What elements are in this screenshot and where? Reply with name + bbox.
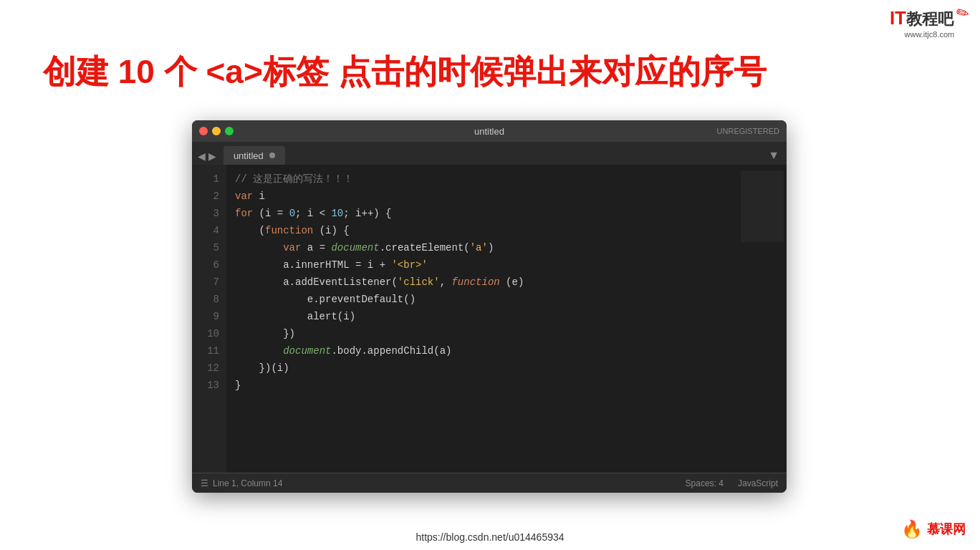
unregistered-label: UNREGISTERED bbox=[717, 127, 779, 135]
code-token: a.innerHTML = i + bbox=[235, 259, 391, 271]
code-token: .body.appendChild(a) bbox=[331, 345, 451, 357]
maximize-button[interactable] bbox=[225, 127, 234, 135]
code-line-3: for (i = 0 ; i < 10 ; i++) { bbox=[235, 205, 778, 222]
bottom-logo-text: 慕课网 bbox=[927, 521, 966, 538]
code-content[interactable]: // 这是正确的写法！！！ var i for (i = 0 ; i < 10 … bbox=[226, 165, 787, 473]
code-line-8: e.preventDefault() bbox=[235, 291, 778, 308]
code-token: // 这是正确的写法！！！ bbox=[235, 173, 353, 185]
code-token: (i = bbox=[253, 208, 289, 219]
logo-it: IT bbox=[890, 7, 906, 29]
line-num-8: 8 bbox=[192, 291, 226, 308]
code-token: ) bbox=[488, 242, 494, 254]
code-token bbox=[235, 345, 283, 357]
logo-area: IT教程吧 ✏ www.itjc8.com bbox=[890, 7, 969, 39]
code-token: ( bbox=[235, 225, 265, 236]
editor-tab[interactable]: untitled bbox=[224, 146, 285, 165]
line-numbers: 1 2 3 4 5 6 7 8 9 10 11 12 13 bbox=[192, 165, 226, 473]
line-num-3: 3 bbox=[192, 205, 226, 222]
code-token: a.addEventListener( bbox=[235, 276, 398, 288]
code-token: 10 bbox=[331, 208, 343, 219]
code-token: ; i++) { bbox=[343, 208, 391, 219]
code-token: document bbox=[331, 242, 379, 254]
code-token: i bbox=[253, 190, 265, 202]
file-icon: ☰ bbox=[201, 478, 208, 488]
page-title: 创建 10 个 <a>标签 点击的时候弹出来对应的序号 bbox=[43, 50, 767, 95]
editor-title: untitled bbox=[474, 126, 504, 137]
line-num-11: 11 bbox=[192, 342, 226, 360]
code-token: 'a' bbox=[470, 242, 488, 254]
code-line-9: alert(i) bbox=[235, 308, 778, 325]
code-line-12: })(i) bbox=[235, 360, 778, 377]
code-token: var bbox=[235, 190, 253, 202]
code-token bbox=[235, 242, 283, 254]
line-num-12: 12 bbox=[192, 360, 226, 377]
status-spaces: Spaces: 4 bbox=[686, 478, 724, 488]
code-token: function bbox=[265, 225, 313, 236]
code-token: document bbox=[283, 345, 331, 357]
code-token: 'click' bbox=[398, 276, 440, 288]
line-num-5: 5 bbox=[192, 239, 226, 256]
flame-icon: 🔥 bbox=[901, 519, 923, 539]
line-num-2: 2 bbox=[192, 188, 226, 205]
code-line-13: } bbox=[235, 377, 778, 394]
code-token: . bbox=[380, 242, 385, 254]
line-num-13: 13 bbox=[192, 377, 226, 394]
tab-bar: ◀ ▶ untitled ▼ bbox=[192, 142, 787, 165]
code-token: (e) bbox=[500, 276, 524, 288]
code-line-7: a.addEventListener( 'click' , function (… bbox=[235, 274, 778, 291]
title-bar: untitled UNREGISTERED bbox=[192, 120, 787, 142]
code-token: for bbox=[235, 208, 253, 219]
code-token: } bbox=[235, 380, 241, 391]
code-line-1: // 这是正确的写法！！！ bbox=[235, 170, 778, 188]
minimize-button[interactable] bbox=[212, 127, 221, 135]
code-token: a = bbox=[301, 242, 331, 254]
code-area: 1 2 3 4 5 6 7 8 9 10 11 12 13 // 这是正确的写法… bbox=[192, 165, 787, 473]
logo-subtitle: www.itjc8.com bbox=[905, 30, 955, 39]
bottom-url: https://blog.csdn.net/u014465934 bbox=[415, 531, 564, 543]
code-token: createElement( bbox=[385, 242, 470, 254]
code-token: (i) { bbox=[313, 225, 349, 236]
line-num-10: 10 bbox=[192, 325, 226, 342]
code-line-5: var a = document . createElement( 'a' ) bbox=[235, 239, 778, 256]
nav-arrows[interactable]: ◀ ▶ bbox=[198, 150, 216, 165]
status-right: Spaces: 4 JavaScript bbox=[686, 478, 778, 488]
code-line-2: var i bbox=[235, 188, 778, 205]
code-token: 0 bbox=[289, 208, 295, 219]
line-num-9: 9 bbox=[192, 308, 226, 325]
line-num-7: 7 bbox=[192, 274, 226, 291]
code-token: })(i) bbox=[235, 362, 289, 374]
line-num-6: 6 bbox=[192, 256, 226, 274]
code-token: var bbox=[283, 242, 301, 254]
bottom-right-logo: 🔥 慕课网 bbox=[901, 519, 966, 539]
status-language: JavaScript bbox=[738, 478, 778, 488]
window-controls bbox=[199, 127, 234, 135]
minimap bbox=[741, 170, 784, 242]
pen-icon: ✏ bbox=[954, 3, 971, 24]
close-button[interactable] bbox=[199, 127, 208, 135]
code-token: , bbox=[440, 276, 452, 288]
code-token: e.preventDefault() bbox=[235, 294, 415, 305]
code-token: }) bbox=[235, 328, 295, 339]
code-line-6: a.innerHTML = i + '<br>' bbox=[235, 256, 778, 274]
code-token: alert(i) bbox=[235, 311, 355, 322]
code-token: function bbox=[451, 276, 499, 288]
line-num-4: 4 bbox=[192, 222, 226, 239]
tab-label: untitled bbox=[234, 150, 264, 161]
code-token: ; i < bbox=[295, 208, 331, 219]
status-bar: ☰ Line 1, Column 14 Spaces: 4 JavaScript bbox=[192, 473, 787, 493]
code-line-10: }) bbox=[235, 325, 778, 342]
line-num-1: 1 bbox=[192, 170, 226, 188]
tab-modified-dot bbox=[269, 153, 275, 158]
tab-scroll-arrow[interactable]: ▼ bbox=[768, 149, 779, 165]
code-token: '<br>' bbox=[391, 259, 427, 271]
logo-text: 教程吧 bbox=[906, 10, 953, 28]
code-line-11: document .body.appendChild(a) bbox=[235, 342, 778, 360]
status-position: Line 1, Column 14 bbox=[213, 478, 282, 488]
editor-window: untitled UNREGISTERED ◀ ▶ untitled ▼ 1 2… bbox=[192, 120, 787, 493]
code-line-4: ( function (i) { bbox=[235, 222, 778, 239]
